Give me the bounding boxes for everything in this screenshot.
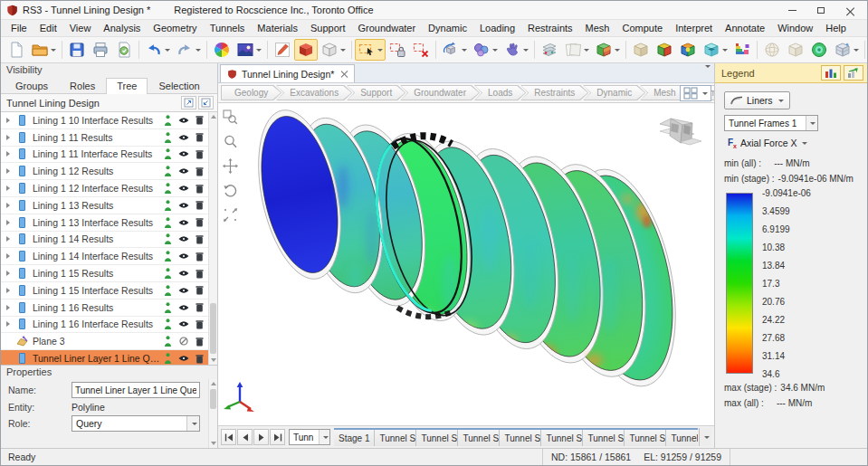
new-file-button[interactable] [5, 39, 28, 61]
undo-button[interactable] [142, 39, 173, 61]
expand-chevron-icon[interactable] [6, 151, 10, 157]
eye-icon[interactable] [178, 320, 189, 328]
document-tab[interactable]: Tunnel Lining Design* [220, 64, 355, 82]
tree-item[interactable]: Lining 1 15 Results [1, 265, 208, 282]
stage-tab-9[interactable]: Tunnel Sta [666, 430, 698, 446]
geometry-view-button[interactable] [629, 39, 653, 61]
eye-icon[interactable] [178, 287, 189, 294]
metric-dropdown[interactable]: Fx Axial Force X [724, 135, 811, 151]
first-stage-button[interactable] [221, 429, 236, 445]
legend-options-button[interactable] [821, 65, 841, 81]
tab-list-dropdown[interactable] [703, 68, 711, 79]
tree-item[interactable]: Lining 1 13 Results [1, 197, 208, 214]
expand-chevron-icon[interactable] [6, 135, 10, 140]
tree-item[interactable]: Plane 3 [1, 333, 208, 350]
nav-cube[interactable] [660, 119, 701, 145]
background-image-button[interactable] [234, 39, 264, 61]
workflow-step-excavations[interactable]: Excavations [276, 85, 352, 100]
liners-button[interactable]: Liners [724, 91, 790, 109]
stage-tab-3[interactable]: Tunnel Sta [416, 430, 458, 446]
eye-icon[interactable] [178, 252, 189, 260]
bin-icon[interactable] [196, 184, 204, 194]
expand-chevron-icon[interactable] [6, 305, 10, 310]
materials-view-button[interactable] [653, 39, 676, 61]
tree-item[interactable]: Lining 1 16 Results [1, 300, 208, 317]
maximize-button[interactable] [807, 3, 835, 18]
stage-filter-dropdown[interactable]: Tunn [289, 429, 330, 445]
expand-all-button[interactable] [181, 96, 196, 109]
results-layers-button[interactable] [730, 39, 754, 61]
menu-view[interactable]: View [63, 21, 98, 35]
open-file-button[interactable] [28, 39, 59, 61]
entity-person-icon[interactable] [164, 166, 172, 176]
stage-tab-2[interactable]: Tunnel Sta [375, 430, 416, 446]
bin-icon[interactable] [196, 132, 204, 142]
document-tab-close-icon[interactable] [340, 71, 348, 78]
select-entities-button[interactable] [470, 39, 501, 61]
tree-item[interactable]: Lining 1 10 Interface Results [1, 112, 208, 129]
tree-item[interactable]: Lining 1 15 Interface Results [1, 282, 208, 300]
stage-tab-6[interactable]: Tunnel Sta [541, 430, 583, 446]
orbit-view-button[interactable] [439, 39, 470, 61]
expand-chevron-icon[interactable] [6, 168, 10, 174]
menu-window[interactable]: Window [771, 21, 819, 35]
menu-restraints[interactable]: Restraints [521, 21, 579, 35]
print-preview-button[interactable] [112, 39, 136, 61]
menu-materials[interactable]: Materials [251, 21, 304, 35]
expand-chevron-icon[interactable] [6, 253, 10, 259]
save-button[interactable] [65, 39, 89, 61]
expand-chevron-icon[interactable] [6, 236, 10, 242]
properties-scrollbar[interactable] [208, 379, 217, 448]
menu-compute[interactable]: Compute [616, 21, 670, 35]
bin-icon[interactable] [196, 319, 204, 329]
menu-support[interactable]: Support [304, 21, 352, 35]
isosurface-view-button[interactable] [807, 39, 831, 61]
stage-tab-1[interactable]: Stage 1 [334, 430, 375, 446]
menu-analysis[interactable]: Analysis [97, 21, 147, 35]
tree-item[interactable]: Lining 1 12 Results [1, 163, 208, 180]
bin-icon[interactable] [196, 337, 204, 347]
stage-tabs-overflow-button[interactable] [699, 428, 711, 446]
grab-tool-button[interactable] [501, 39, 531, 61]
tree-item[interactable]: Lining 1 16 Interface Results [1, 317, 208, 334]
eye-icon[interactable] [178, 219, 189, 226]
viewport-layout-button[interactable] [680, 85, 711, 101]
workflow-step-dynamic[interactable]: Dynamic [583, 85, 645, 100]
last-stage-button[interactable] [270, 429, 285, 445]
eye-icon[interactable] [178, 355, 189, 362]
eye-icon[interactable] [178, 185, 189, 192]
menu-loading[interactable]: Loading [473, 21, 521, 35]
workflow-step-geology[interactable]: Geology [221, 85, 281, 100]
pan-button[interactable] [222, 157, 238, 174]
entity-person-icon[interactable] [164, 268, 172, 279]
stage-tab-5[interactable]: Tunnel Sta [500, 430, 541, 446]
bin-icon[interactable] [196, 115, 204, 125]
previous-stage-button[interactable] [237, 429, 253, 445]
bin-icon[interactable] [196, 269, 204, 279]
eye-icon[interactable] [178, 150, 189, 157]
entity-person-icon[interactable] [164, 200, 172, 211]
eye-icon[interactable] [178, 167, 189, 175]
entity-person-icon[interactable] [164, 233, 172, 244]
tree-item[interactable]: Lining 1 13 Interface Results [1, 214, 208, 232]
tree-item[interactable]: Tunnel Liner Layer 1 Line Query [1, 350, 208, 365]
selection-clear-button[interactable] [409, 39, 433, 61]
tree-item[interactable]: Lining 1 11 Results [1, 129, 208, 147]
menu-tunnels[interactable]: Tunnels [204, 21, 252, 35]
bin-icon[interactable] [196, 217, 204, 227]
menu-file[interactable]: File [5, 21, 33, 35]
zoom-button[interactable] [222, 133, 238, 149]
name-field[interactable] [72, 382, 200, 398]
stage-tab-8[interactable]: Tunnel Sta [625, 430, 666, 446]
entity-person-icon[interactable] [164, 148, 172, 159]
contours-view-button[interactable] [676, 39, 700, 61]
selection-box-button[interactable] [355, 39, 386, 61]
next-stage-button[interactable] [253, 429, 269, 445]
entity-person-icon[interactable] [164, 132, 172, 143]
model-canvas[interactable] [218, 103, 715, 430]
viewport-3d[interactable] [218, 103, 714, 426]
mesh-view-button[interactable] [831, 39, 862, 61]
tree-scrollbar[interactable] [208, 112, 217, 365]
legend-chart-button[interactable] [844, 65, 863, 81]
workflow-step-groundwater[interactable]: Groundwater [400, 85, 480, 100]
